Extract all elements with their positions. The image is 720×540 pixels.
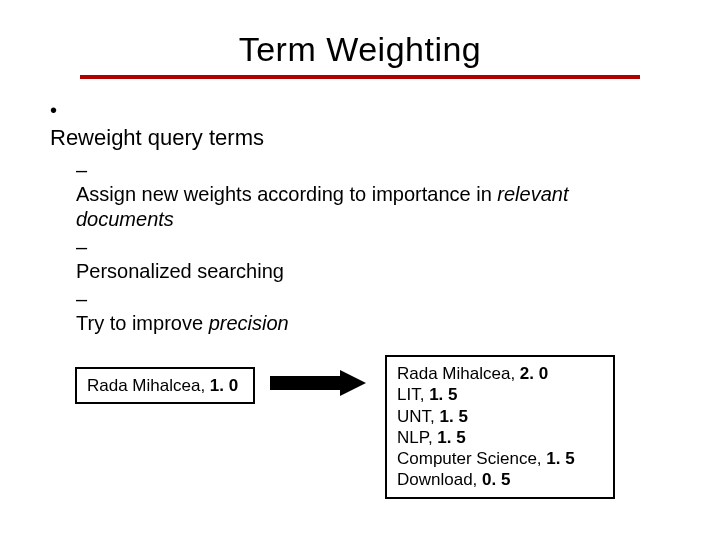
query-weight: 1. 0 bbox=[210, 376, 238, 395]
result-weight: 1. 5 bbox=[546, 449, 574, 468]
result-row: Download, 0. 5 bbox=[397, 469, 603, 490]
subbullet-1-text: Assign new weights according to importan… bbox=[76, 182, 652, 232]
result-row: Computer Science, 1. 5 bbox=[397, 448, 603, 469]
subbullet-3: Try to improve precision bbox=[76, 288, 680, 336]
query-term: Rada Mihalcea, bbox=[87, 376, 210, 395]
result-weight: 1. 5 bbox=[440, 407, 468, 426]
subbullet-2: Personalized searching bbox=[76, 236, 680, 284]
subbullet-3-pre: Try to improve bbox=[76, 312, 209, 334]
query-box-after: Rada Mihalcea, 2. 0 LIT, 1. 5 UNT, 1. 5 … bbox=[385, 355, 615, 499]
result-weight: 2. 0 bbox=[520, 364, 548, 383]
result-weight: 1. 5 bbox=[437, 428, 465, 447]
subbullet-1-pre: Assign new weights according to importan… bbox=[76, 183, 497, 205]
title-underline bbox=[80, 75, 640, 79]
result-term: Computer Science, bbox=[397, 449, 546, 468]
result-term: LIT, bbox=[397, 385, 429, 404]
query-term-row: Rada Mihalcea, 1. 0 bbox=[87, 376, 238, 395]
subbullet-2-text: Personalized searching bbox=[76, 259, 652, 284]
result-row: UNT, 1. 5 bbox=[397, 406, 603, 427]
result-row: NLP, 1. 5 bbox=[397, 427, 603, 448]
result-term: Rada Mihalcea, bbox=[397, 364, 520, 383]
result-term: NLP, bbox=[397, 428, 437, 447]
title-wrap: Term Weighting bbox=[40, 30, 680, 71]
arrow-icon bbox=[270, 370, 370, 396]
bullet-list: Reweight query terms Assign new weights … bbox=[40, 99, 680, 336]
slide: Term Weighting Reweight query terms Assi… bbox=[0, 0, 720, 540]
bullet-main: Reweight query terms Assign new weights … bbox=[50, 99, 680, 336]
slide-title: Term Weighting bbox=[233, 30, 488, 71]
result-row: LIT, 1. 5 bbox=[397, 384, 603, 405]
result-weight: 1. 5 bbox=[429, 385, 457, 404]
subbullet-1: Assign new weights according to importan… bbox=[76, 159, 680, 232]
result-term: Download, bbox=[397, 470, 482, 489]
subbullet-3-em: precision bbox=[209, 312, 289, 334]
subbullet-list: Assign new weights according to importan… bbox=[50, 159, 680, 336]
result-term: UNT, bbox=[397, 407, 440, 426]
result-weight: 0. 5 bbox=[482, 470, 510, 489]
bullet-main-text: Reweight query terms bbox=[50, 125, 654, 151]
query-box-before: Rada Mihalcea, 1. 0 bbox=[75, 367, 255, 404]
subbullet-3-text: Try to improve precision bbox=[76, 311, 652, 336]
result-row: Rada Mihalcea, 2. 0 bbox=[397, 363, 603, 384]
